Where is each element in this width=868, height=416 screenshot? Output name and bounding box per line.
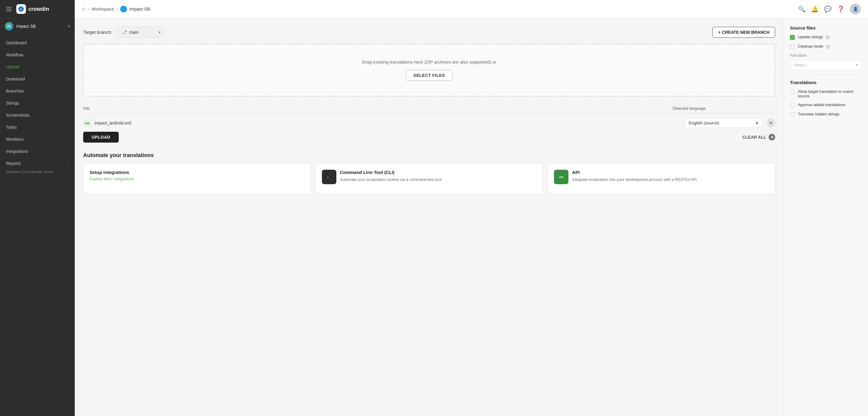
file-table-header: File Detected language (83, 104, 775, 113)
source-files-title: Source files (790, 25, 862, 30)
main: ⌂ › Workspace › 🌐 Impact SB 🔍 🔔 💬 ❓ 👤 Ta… (75, 0, 868, 416)
project-avatar: IS (5, 22, 13, 30)
create-branch-button[interactable]: + CREATE NEW BRANCH (712, 27, 775, 38)
breadcrumb-workspace[interactable]: Workspace (92, 6, 114, 11)
branch-icon: ⎇ (121, 29, 127, 35)
translate-hidden-row: Translate hidden strings (790, 112, 862, 117)
home-icon[interactable]: ⌂ (82, 6, 85, 12)
chat-icon[interactable]: 💬 (824, 5, 832, 13)
breadcrumb-project: 🌐 Impact SB (120, 6, 150, 12)
allow-match-checkbox[interactable] (790, 90, 795, 94)
automate-title: Automate your translations (83, 152, 775, 158)
language-value: English (source) (689, 121, 719, 125)
col-file-header: File (83, 106, 673, 111)
sidebar-item-reports[interactable]: Reports › (0, 157, 75, 170)
actions-row: UPLOAD CLEAR ALL ✕ (83, 132, 775, 143)
approve-added-row: Approve added translations (790, 102, 862, 108)
lang-chevron-icon: ▾ (756, 121, 758, 125)
integrations-card-title: Setup integrations (90, 170, 304, 175)
api-card-desc: Integrate localization into your develop… (572, 177, 696, 183)
bell-icon[interactable]: 🔔 (811, 5, 818, 13)
automate-cards: Setup integrations Explore 600+ integrat… (83, 164, 775, 194)
cli-card: >_ Command Line Tool (CLI) Automate your… (315, 164, 543, 194)
sidebar-item-tasks[interactable]: Tasks (0, 121, 75, 133)
logo-text: crowdin (28, 6, 49, 12)
branch-chevron-icon: ▾ (158, 30, 161, 35)
project-name: Impact SB (16, 24, 65, 29)
sidebar-item-workflow[interactable]: Workflow (0, 49, 75, 61)
sidebar-item-upload[interactable]: Upload (0, 61, 75, 73)
help-icon[interactable]: ❓ (837, 5, 844, 13)
branch-select[interactable]: ⎇ main ▾ (117, 27, 165, 38)
sidebar-item-download[interactable]: Download (0, 73, 75, 85)
cli-card-text: Command Line Tool (CLI) Automate your lo… (340, 170, 441, 188)
sidebar-item-integrations[interactable]: Integrations (0, 145, 75, 157)
cli-icon: >_ (322, 170, 336, 184)
label-select-placeholder: Select... (794, 63, 808, 67)
integrations-card: Setup integrations Explore 600+ integrat… (83, 164, 311, 194)
api-card-title: API (572, 170, 696, 175)
drop-zone-text: Drag existing translations here (ZIP arc… (90, 59, 769, 64)
remove-file-button[interactable]: ✕ (767, 119, 775, 127)
allow-match-label: Allow target translation to match source (798, 89, 862, 98)
breadcrumb-separator-2: › (116, 7, 118, 11)
panel-divider (790, 75, 862, 75)
breadcrumb-project-name: Impact SB (129, 6, 150, 11)
hamburger-menu[interactable] (5, 6, 13, 12)
chevron-right-icon: › (67, 161, 69, 166)
logo-icon: c (16, 4, 26, 14)
sidebar: c crowdin IS Impact SB ▾ Dashboard Workf… (0, 0, 75, 416)
approve-added-label: Approve added translations (798, 102, 845, 107)
sidebar-item-members[interactable]: Members (0, 133, 75, 145)
breadcrumb: ⌂ › Workspace › 🌐 Impact SB (82, 6, 795, 12)
drop-zone[interactable]: Drag existing translations here (ZIP arc… (83, 44, 775, 96)
upload-button[interactable]: UPLOAD (83, 132, 119, 143)
project-selector[interactable]: IS Impact SB ▾ (0, 19, 75, 34)
clear-all-icon: ✕ (769, 134, 775, 141)
svg-text:API: API (559, 176, 564, 179)
svg-text:c: c (20, 7, 22, 11)
api-icon: API (554, 170, 568, 184)
logo: c crowdin (16, 4, 49, 14)
label-select-chevron-icon: ▾ (856, 63, 858, 67)
language-select[interactable]: English (source) ▾ (685, 118, 762, 128)
user-avatar[interactable]: 👤 (850, 4, 861, 14)
target-branch-row: Target branch: ⎇ main ▾ + CREATE NEW BRA… (83, 27, 775, 38)
sidebar-item-screenshots[interactable]: Screenshots (0, 109, 75, 121)
file-name: impact_android.xml (95, 121, 685, 125)
cleanup-mode-checkbox[interactable] (790, 44, 795, 49)
svg-text:XML: XML (85, 122, 90, 125)
branch-select-name: main (129, 30, 156, 35)
main-content: Target branch: ⎇ main ▾ + CREATE NEW BRA… (75, 18, 784, 416)
update-strings-info-icon[interactable]: i (825, 35, 830, 40)
select-files-button[interactable]: SELECT FILES (406, 70, 453, 81)
language-select-wrap: English (source) ▾ ✕ (685, 118, 775, 128)
cli-card-desc: Automate your localization routine via a… (340, 177, 441, 183)
project-globe-icon: 🌐 (120, 6, 127, 12)
api-card: API API Integrate localization into your… (548, 164, 775, 194)
reports-subnav: Overview, Cost estimate, Transl... (0, 170, 75, 176)
sidebar-item-strings[interactable]: Strings (0, 97, 75, 109)
cleanup-mode-label: Cleanup mode i (798, 44, 830, 49)
chevron-down-icon: ▾ (68, 24, 70, 28)
api-card-body: API API Integrate localization into your… (554, 170, 769, 188)
sidebar-item-branches[interactable]: Branches (0, 85, 75, 97)
search-icon[interactable]: 🔍 (798, 5, 806, 13)
sidebar-header: c crowdin (0, 0, 75, 19)
svg-text:>_: >_ (327, 175, 331, 179)
allow-match-row: Allow target translation to match source (790, 89, 862, 98)
sidebar-item-dashboard[interactable]: Dashboard (0, 37, 75, 49)
clear-all-button[interactable]: CLEAR ALL ✕ (742, 134, 775, 141)
translate-hidden-checkbox[interactable] (790, 112, 795, 117)
col-lang-header: Detected language (673, 106, 775, 111)
label-select[interactable]: Select... ▾ (790, 60, 862, 70)
cli-card-body: >_ Command Line Tool (CLI) Automate your… (322, 170, 537, 188)
clear-all-label: CLEAR ALL (742, 135, 766, 140)
cleanup-mode-info-icon[interactable]: i (826, 44, 830, 49)
approve-added-checkbox[interactable] (790, 103, 795, 108)
integrations-card-link[interactable]: Explore 600+ integrations (90, 177, 304, 181)
update-strings-checkbox[interactable] (790, 35, 795, 40)
translate-hidden-label: Translate hidden strings (798, 112, 839, 116)
cli-card-title: Command Line Tool (CLI) (340, 170, 441, 175)
breadcrumb-separator-1: › (88, 7, 89, 11)
